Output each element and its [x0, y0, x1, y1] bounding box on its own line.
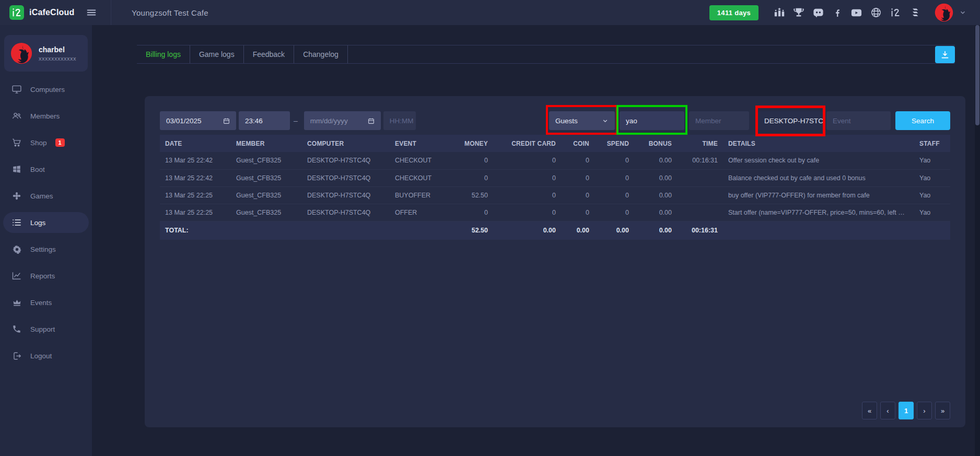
total-time: 00:16:31 [677, 221, 723, 240]
table-row[interactable]: 13 Mar 25 22:42 Guest_CFB325 DESKTOP-H7S… [160, 169, 950, 186]
search-button[interactable]: Search [895, 111, 950, 130]
end-date-input[interactable]: mm/dd/yyyy [304, 111, 381, 130]
table-body: 13 Mar 25 22:42 Guest_CFB325 DESKTOP-H7S… [160, 152, 950, 221]
billing-logs-table: DATE MEMBER COMPUTER EVENT MONEY CREDIT … [160, 135, 950, 240]
col-spend[interactable]: SPEND [594, 135, 634, 152]
table-row[interactable]: 13 Mar 25 22:25 Guest_CFB325 DESKTOP-H7S… [160, 204, 950, 221]
icafe-icon[interactable] [890, 7, 901, 18]
calendar-icon[interactable] [223, 118, 230, 124]
sidebar-nav: Computers Members Shop 1 Boot Games Logs… [0, 79, 92, 366]
sidebar-item-shop[interactable]: Shop 1 [3, 132, 89, 153]
computer-filter-value: DESKTOP-H7STC [764, 117, 823, 125]
brand-name: iCafeCloud [29, 8, 74, 17]
scrollbar-thumb[interactable] [975, 25, 979, 125]
tab-game-logs[interactable]: Game logs [190, 45, 244, 63]
start-date-input[interactable]: 03/01/2025 [160, 111, 236, 130]
sidebar-item-settings[interactable]: Settings [3, 239, 89, 260]
col-member[interactable]: MEMBER [231, 135, 302, 152]
trophy-icon[interactable] [793, 7, 804, 18]
sidebar-item-label: Logout [30, 352, 52, 360]
layers-icon[interactable] [909, 6, 921, 19]
computer-filter-input[interactable]: DESKTOP-H7STC [758, 111, 823, 130]
user-avatar[interactable] [935, 3, 953, 22]
sidebar-item-boot[interactable]: Boot [3, 159, 89, 180]
main-content: Billing logs Game logs Feedback Changelo… [92, 25, 980, 456]
total-label: TOTAL: [160, 221, 451, 240]
ranking-icon[interactable] [774, 7, 785, 18]
crown-icon [11, 298, 22, 308]
pagination-next-button[interactable]: › [917, 402, 932, 419]
subscription-days-badge[interactable]: 1411 days [709, 5, 759, 20]
chevron-down-icon[interactable] [959, 9, 966, 16]
col-credit-card[interactable]: CREDIT CARD [493, 135, 561, 152]
total-bonus: 0.00 [634, 221, 677, 240]
sidebar-item-computers[interactable]: Computers [3, 79, 89, 100]
pagination: « ‹ 1 › » [160, 402, 950, 419]
globe-icon[interactable] [870, 7, 882, 18]
log-tabs: Billing logs Game logs Feedback Changelo… [137, 45, 955, 64]
member-placeholder: Member [695, 117, 721, 125]
cafe-title: Youngzsoft Test Cafe [132, 8, 208, 17]
total-credit-card: 0.00 [493, 221, 561, 240]
col-coin[interactable]: COIN [561, 135, 594, 152]
tab-billing-logs[interactable]: Billing logs [137, 45, 190, 63]
gear-icon [11, 244, 22, 254]
chart-icon [11, 271, 22, 281]
discord-icon[interactable] [812, 7, 824, 19]
facebook-icon[interactable] [832, 7, 843, 18]
start-date-value: 03/01/2025 [166, 117, 202, 125]
download-button[interactable] [935, 46, 955, 63]
date-range-separator: – [294, 116, 298, 125]
youtube-icon[interactable] [850, 7, 862, 19]
col-details[interactable]: DETAILS [723, 135, 914, 152]
tab-changelog[interactable]: Changelog [294, 45, 348, 63]
hamburger-menu-icon[interactable] [86, 7, 97, 18]
page-scrollbar[interactable] [975, 25, 980, 456]
col-date[interactable]: DATE [160, 135, 231, 152]
annotation-box-red-guests: Guests [549, 111, 615, 130]
sidebar-user-card[interactable]: charbel xxxxxxxxxxxx [4, 35, 88, 72]
event-filter-input[interactable]: Event [826, 111, 891, 130]
sidebar-item-logs[interactable]: Logs [3, 212, 89, 233]
pagination-prev-button[interactable]: ‹ [880, 402, 895, 419]
calendar-icon[interactable] [368, 118, 375, 124]
tab-feedback[interactable]: Feedback [244, 45, 294, 63]
sidebar-item-label: Events [30, 299, 52, 307]
table-row[interactable]: 13 Mar 25 22:25 Guest_CFB325 DESKTOP-H7S… [160, 186, 950, 204]
pagination-last-button[interactable]: » [935, 402, 950, 419]
download-icon [940, 50, 950, 60]
col-bonus[interactable]: BONUS [634, 135, 677, 152]
sidebar-item-label: Support [30, 325, 55, 333]
billing-logs-card: 03/01/2025 23:46 – mm/dd/yyyy HH:MM Gues… [145, 96, 965, 427]
sidebar-item-events[interactable]: Events [3, 292, 89, 313]
col-event[interactable]: EVENT [390, 135, 451, 152]
sidebar-user-masked-id: xxxxxxxxxxxx [39, 55, 76, 62]
col-money[interactable]: MONEY [451, 135, 493, 152]
pagination-page-1-button[interactable]: 1 [899, 402, 914, 419]
icafecloud-logo-icon[interactable] [9, 5, 24, 20]
end-time-input[interactable]: HH:MM [383, 111, 416, 130]
table-row[interactable]: 13 Mar 25 22:42 Guest_CFB325 DESKTOP-H7S… [160, 152, 950, 169]
col-time[interactable]: TIME [677, 135, 723, 152]
sidebar-item-label: Reports [30, 272, 55, 280]
col-computer[interactable]: COMPUTER [302, 135, 390, 152]
member-type-select[interactable]: Guests [549, 111, 615, 130]
sidebar-item-reports[interactable]: Reports [3, 265, 89, 286]
chevron-down-icon [602, 118, 609, 124]
member-type-value: Guests [555, 117, 578, 125]
staff-filter-input[interactable]: yao [620, 111, 684, 130]
sidebar-user-avatar [10, 42, 32, 64]
end-date-placeholder: mm/dd/yyyy [310, 117, 348, 125]
sidebar-item-label: Settings [30, 245, 56, 253]
table-header-row: DATE MEMBER COMPUTER EVENT MONEY CREDIT … [160, 135, 950, 152]
pagination-first-button[interactable]: « [862, 402, 877, 419]
col-staff[interactable]: STAFF [914, 135, 950, 152]
member-filter-input[interactable]: Member [689, 111, 749, 130]
phone-icon [11, 324, 22, 334]
sidebar-item-logout[interactable]: Logout [3, 345, 89, 366]
start-time-input[interactable]: 23:46 [239, 111, 290, 130]
sidebar-item-games[interactable]: Games [3, 185, 89, 206]
sidebar-item-support[interactable]: Support [3, 319, 89, 340]
sidebar-item-members[interactable]: Members [3, 106, 89, 126]
total-spend: 0.00 [594, 221, 634, 240]
